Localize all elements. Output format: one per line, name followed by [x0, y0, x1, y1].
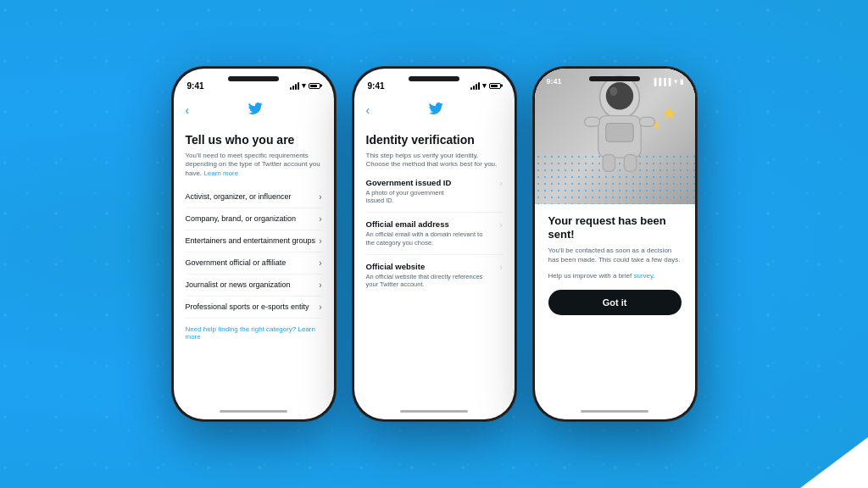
paper-corner	[800, 437, 868, 488]
page-desc-3: You'll be contacted as soon as a decisio…	[548, 246, 682, 264]
category-item-1[interactable]: Activist, organizer, or influencer ›	[186, 186, 322, 208]
verify-chevron-1: ›	[499, 179, 502, 188]
signal-icon	[290, 82, 299, 90]
verify-desc-1: A photo of your government issued ID.	[366, 189, 464, 206]
wifi-3: ▾	[674, 78, 677, 86]
status-bar-1: 9:41 ▾	[174, 69, 334, 96]
battery-3: ▮	[680, 78, 683, 86]
verify-title-1: Government issued ID	[366, 178, 475, 187]
signal-3: ▐▐▐▐	[652, 78, 671, 86]
verify-title-2: Official email address	[366, 219, 500, 229]
chevron-icon-3: ›	[319, 236, 321, 246]
status-icons-3: ▐▐▐▐ ▾ ▮	[652, 78, 683, 86]
survey-link[interactable]: survey	[633, 272, 653, 280]
verify-chevron-2: ›	[499, 220, 502, 230]
twitter-logo-2	[370, 101, 502, 119]
nav-bar-2: ‹	[354, 96, 515, 125]
notch-3	[589, 76, 640, 81]
nav-bar-1: ‹	[174, 96, 334, 125]
category-item-4[interactable]: Government official or affiliate ›	[186, 252, 322, 274]
signal-icon-2	[470, 82, 480, 90]
notch	[228, 76, 279, 81]
page-title-1: Tell us who you are	[186, 133, 322, 147]
phone-3: ★ ★	[532, 66, 698, 422]
page-title-2: Identity verification	[366, 133, 503, 147]
battery-icon	[309, 83, 320, 89]
svg-rect-7	[605, 124, 632, 142]
wifi-icon: ▾	[302, 81, 306, 90]
svg-rect-5	[603, 155, 615, 172]
category-item-5[interactable]: Journalist or news organization ›	[186, 274, 322, 297]
category-item-3[interactable]: Entertainers and entertainment groups ›	[186, 230, 322, 252]
status-icons-1: ▾	[290, 81, 320, 90]
star-icon: ★	[661, 103, 678, 125]
chevron-icon-5: ›	[319, 280, 321, 290]
home-indicator-1	[174, 405, 334, 419]
chevron-icon-4: ›	[319, 258, 321, 268]
status-time-2: 9:41	[368, 81, 385, 91]
verify-section-2[interactable]: Official email address An official email…	[366, 219, 503, 255]
twitter-logo-1	[189, 101, 321, 119]
verify-section-1[interactable]: Government issued ID A photo of your gov…	[366, 178, 503, 214]
status-bar-2: 9:41 ▾	[354, 69, 515, 96]
home-indicator-2	[354, 405, 515, 419]
home-indicator-3	[535, 405, 695, 419]
verify-chevron-3: ›	[499, 263, 502, 272]
svg-rect-4	[639, 117, 654, 126]
verify-desc-3: An official website that directly refere…	[366, 273, 487, 290]
survey-line: Help us improve with a brief survey.	[548, 272, 682, 280]
verify-section-3[interactable]: Official website An official website tha…	[366, 262, 503, 297]
help-text-1: Need help finding the right category? Le…	[186, 325, 322, 341]
status-icons-2: ▾	[470, 81, 501, 90]
page-desc-2: This step helps us verify your identity.…	[366, 152, 503, 169]
astronaut-image: ★ ★	[535, 69, 695, 204]
learn-more-link-1[interactable]: Learn more	[203, 169, 238, 177]
chevron-icon-2: ›	[319, 214, 321, 224]
verify-title-3: Official website	[366, 262, 500, 271]
screen3-content: Your request has been sent! You'll be co…	[535, 204, 695, 405]
verify-desc-2: An official email with a domain relevant…	[366, 230, 487, 247]
got-it-button[interactable]: Got it	[548, 290, 682, 315]
page-title-3: Your request has been sent!	[548, 214, 682, 241]
category-item-6[interactable]: Professional sports or e-sports entity ›	[186, 297, 322, 319]
chevron-icon-6: ›	[319, 302, 321, 312]
status-time-1: 9:41	[187, 81, 204, 91]
phone-2: 9:41 ▾ ‹ Identity verification This step…	[352, 66, 517, 422]
battery-icon-2	[489, 83, 501, 89]
wifi-icon-2: ▾	[482, 81, 487, 90]
page-desc-1: You'll need to meet specific requirement…	[186, 152, 322, 178]
astronaut-figure	[581, 73, 658, 183]
status-time-3: 9:41	[547, 77, 562, 86]
svg-rect-6	[624, 155, 636, 172]
phone-1: 9:41 ▾ ‹ Tell us who you are You'll n	[171, 66, 337, 422]
category-item-2[interactable]: Company, brand, or organization ›	[186, 208, 322, 230]
screen2-content: Identity verification This step helps us…	[354, 125, 515, 405]
screen1-content: Tell us who you are You'll need to meet …	[174, 125, 334, 405]
chevron-icon-1: ›	[319, 192, 321, 202]
notch-2	[409, 76, 459, 81]
svg-rect-3	[584, 117, 599, 126]
